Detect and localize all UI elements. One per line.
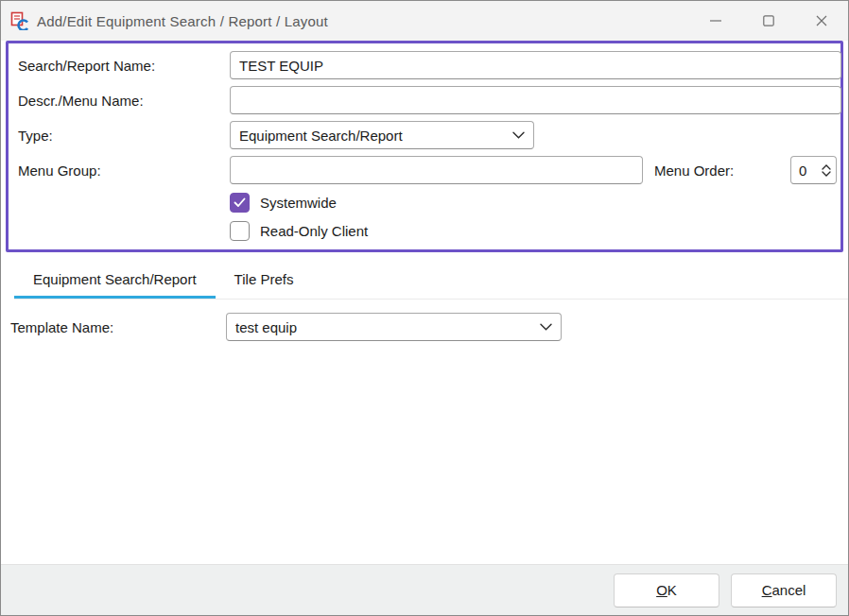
menu-group-label: Menu Group: <box>18 163 230 179</box>
type-label: Type: <box>18 128 230 144</box>
tab-tile-prefs[interactable]: Tile Prefs <box>216 264 313 299</box>
app-icon <box>10 11 29 30</box>
ok-label: O <box>656 582 667 598</box>
chevron-down-icon <box>822 171 831 177</box>
type-dropdown-value: Equipment Search/Report <box>239 128 512 144</box>
template-name-value: test equip <box>235 319 540 335</box>
tab-equipment-search-report[interactable]: Equipment Search/Report <box>14 264 216 299</box>
cancel-label-rest: ancel <box>771 582 806 598</box>
check-icon <box>234 197 246 208</box>
window-title: Add/Edit Equipment Search / Report / Lay… <box>37 13 328 29</box>
type-row: Type: Equipment Search/Report <box>18 121 840 149</box>
menu-order-value: 0 <box>799 163 806 179</box>
template-name-label: Template Name: <box>10 319 226 335</box>
form-panel: Search/Report Name: Descr./Menu Name: Ty… <box>6 41 843 252</box>
close-button[interactable] <box>795 1 848 41</box>
descr-menu-name-label: Descr./Menu Name: <box>18 93 230 109</box>
systemwide-checkbox[interactable] <box>230 193 250 213</box>
title-bar: Add/Edit Equipment Search / Report / Lay… <box>1 1 848 41</box>
close-icon <box>816 15 827 26</box>
minimize-button[interactable] <box>689 1 742 41</box>
search-report-name-label: Search/Report Name: <box>18 58 230 74</box>
menu-group-row: Menu Group: Menu Order: 0 <box>18 156 840 184</box>
chevron-up-icon <box>822 164 831 170</box>
cancel-label: C <box>762 582 772 598</box>
chevron-down-icon <box>512 131 525 139</box>
read-only-client-checkbox[interactable] <box>230 221 250 241</box>
ok-label-rest: K <box>667 582 677 598</box>
read-only-client-label: Read-Only Client <box>260 223 368 239</box>
search-report-name-row: Search/Report Name: <box>18 51 840 79</box>
menu-group-input[interactable] <box>230 156 643 184</box>
maximize-button[interactable] <box>742 1 795 41</box>
chevron-down-icon <box>540 323 552 331</box>
ok-button[interactable]: OK <box>614 573 719 607</box>
minimize-icon <box>710 15 721 26</box>
template-name-row: Template Name: test equip <box>10 313 848 341</box>
dialog-window: Add/Edit Equipment Search / Report / Lay… <box>0 0 849 616</box>
window-controls <box>689 1 848 41</box>
cancel-button[interactable]: Cancel <box>731 573 837 607</box>
read-only-client-row: Read-Only Client <box>230 219 840 242</box>
descr-menu-name-row: Descr./Menu Name: <box>18 86 840 114</box>
menu-order-label: Menu Order: <box>654 163 734 179</box>
descr-menu-name-input[interactable] <box>230 86 841 114</box>
stepper-arrows[interactable] <box>822 164 831 177</box>
menu-order-stepper[interactable]: 0 <box>790 156 837 184</box>
systemwide-row: Systemwide <box>230 191 840 214</box>
systemwide-label: Systemwide <box>260 195 337 211</box>
content-area <box>1 341 848 564</box>
tab-bar: Equipment Search/Report Tile Prefs <box>14 264 848 299</box>
footer-bar: OK Cancel <box>1 564 848 615</box>
search-report-name-input[interactable] <box>230 51 841 79</box>
maximize-icon <box>763 15 774 26</box>
template-name-dropdown[interactable]: test equip <box>226 313 562 341</box>
type-dropdown[interactable]: Equipment Search/Report <box>230 121 534 149</box>
